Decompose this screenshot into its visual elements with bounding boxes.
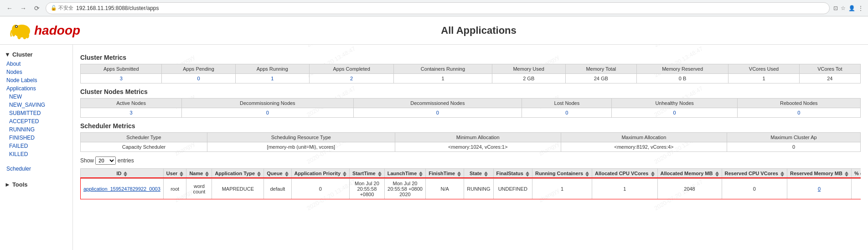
- val-maximum-allocation: <memory:8192, vCores:4>: [561, 142, 727, 152]
- cell-finish-time: N/A: [426, 178, 464, 199]
- col-scheduling-resource-type: Scheduling Resource Type: [207, 133, 395, 142]
- entries-label: entries: [118, 157, 134, 164]
- svg-point-2: [12, 29, 16, 36]
- cell-id[interactable]: application_1595247829922_0003: [81, 178, 164, 199]
- cell-priority: 0: [291, 178, 350, 199]
- val-minimum-allocation: <memory:1024, vCores:1>: [395, 142, 561, 152]
- th-final-status[interactable]: FinalStatus: [493, 169, 532, 179]
- sidebar-item-killed[interactable]: KILLED: [0, 150, 72, 158]
- col-maximum-cluster-app: Maximum Cluster Ap: [727, 133, 860, 142]
- applications-table-wrapper: ID User Name Application Type Queue Appl…: [80, 168, 861, 199]
- sidebar-item-running[interactable]: RUNNING: [0, 125, 72, 134]
- sidebar-item-node-labels[interactable]: Node Labels: [0, 76, 72, 84]
- sidebar-item-nodes[interactable]: Nodes: [0, 68, 72, 76]
- cast-icon[interactable]: ⊡: [833, 5, 838, 11]
- forward-button[interactable]: →: [18, 3, 28, 13]
- col-rebooted-nodes: Rebooted Nodes: [737, 99, 860, 108]
- val-lost-nodes: 0: [522, 108, 612, 118]
- th-priority[interactable]: Application Priority: [291, 169, 350, 179]
- th-launch-time[interactable]: LaunchTime: [384, 169, 426, 179]
- profile-icon[interactable]: 👤: [848, 5, 855, 11]
- svg-point-3: [17, 34, 21, 39]
- main-content: ▼ Cluster About Nodes Node Labels Applic…: [0, 45, 868, 250]
- cell-allocated-memory: 2048: [657, 178, 722, 199]
- col-minimum-allocation: Minimum Allocation: [395, 133, 561, 142]
- val-apps-pending: 0: [162, 74, 235, 83]
- cell-queue: default: [264, 178, 291, 199]
- scheduler-metrics-table: Scheduler Type Scheduling Resource Type …: [80, 132, 861, 152]
- sidebar-item-applications[interactable]: Applications: [0, 84, 72, 93]
- scheduler-metrics-title: Scheduler Metrics: [80, 122, 861, 130]
- col-memory-used: Memory Used: [492, 64, 565, 74]
- sidebar-item-accepted[interactable]: ACCEPTED: [0, 117, 72, 125]
- col-active-nodes: Active Nodes: [81, 99, 182, 108]
- th-pct-queue[interactable]: % of Queue: [851, 169, 861, 179]
- app-container: hadoop All Applications ▼ Cluster About …: [0, 16, 868, 250]
- col-vcores-used: VCores Used: [728, 64, 799, 74]
- sidebar-item-scheduler[interactable]: Scheduler: [0, 165, 72, 173]
- cluster-nodes-metrics-title: Cluster Nodes Metrics: [80, 88, 861, 95]
- th-state[interactable]: State: [464, 169, 493, 179]
- col-memory-total: Memory Total: [565, 64, 636, 74]
- col-apps-pending: Apps Pending: [162, 64, 235, 74]
- cell-user: root: [163, 178, 186, 199]
- val-vcores-total: 24: [799, 74, 860, 83]
- sidebar-item-submitted[interactable]: SUBMITTED: [0, 109, 72, 117]
- cluster-metrics-table: Apps Submitted Apps Pending Apps Running…: [80, 64, 861, 83]
- th-id[interactable]: ID: [81, 169, 164, 179]
- sidebar-tools-section[interactable]: ► Tools: [0, 179, 72, 190]
- app-header: hadoop All Applications: [0, 16, 868, 45]
- reload-button[interactable]: ⟳: [32, 3, 42, 13]
- th-finish-time[interactable]: FinishTime: [426, 169, 464, 179]
- sidebar-item-finished[interactable]: FINISHED: [0, 134, 72, 142]
- entries-select[interactable]: 10 20 25 50 100: [95, 156, 116, 165]
- cell-type: MAPREDUCE: [212, 178, 264, 199]
- cluster-nodes-metrics-table: Active Nodes Decommissioning Nodes Decom…: [80, 98, 861, 118]
- star-icon[interactable]: ☆: [841, 5, 846, 11]
- val-decommissioned-nodes: 0: [353, 108, 522, 118]
- val-memory-used: 2 GB: [492, 74, 565, 83]
- cluster-label: Cluster: [12, 51, 33, 58]
- col-maximum-allocation: Maximum Allocation: [561, 133, 727, 142]
- sidebar-item-new-saving[interactable]: NEW_SAVING: [0, 101, 72, 109]
- th-allocated-memory[interactable]: Allocated Memory MB: [657, 169, 722, 179]
- th-app-type[interactable]: Application Type: [212, 169, 264, 179]
- th-user[interactable]: User: [163, 169, 186, 179]
- val-memory-total: 24 GB: [565, 74, 636, 83]
- cell-name: word count: [186, 178, 212, 199]
- cell-pct-queue: 8.3: [851, 178, 861, 199]
- th-reserved-memory[interactable]: Reserved Memory MB: [787, 169, 851, 179]
- sidebar-cluster-section[interactable]: ▼ Cluster: [0, 49, 72, 60]
- th-start-time[interactable]: StartTime: [350, 169, 385, 179]
- th-allocated-cpu[interactable]: Allocated CPU VCores: [592, 169, 657, 179]
- tools-arrow-icon: ►: [5, 181, 10, 188]
- sidebar-item-about[interactable]: About: [0, 60, 72, 68]
- col-vcores-total: VCores Tot: [799, 64, 860, 74]
- val-apps-submitted: 3: [81, 74, 162, 83]
- logo-area: hadoop: [9, 20, 80, 41]
- val-apps-running: 1: [235, 74, 309, 83]
- svg-point-5: [26, 33, 29, 38]
- val-rebooted-nodes: 0: [737, 108, 860, 118]
- show-entries-control: Show 10 20 25 50 100 entries: [80, 156, 861, 165]
- val-scheduler-type: Capacity Scheduler: [81, 142, 207, 152]
- menu-icon[interactable]: ⋮: [858, 5, 863, 11]
- hadoop-elephant-icon: [9, 20, 34, 41]
- sidebar-item-new[interactable]: NEW: [0, 93, 72, 101]
- content-area: Cluster Metrics Apps Submitted Apps Pend…: [73, 45, 868, 250]
- col-lost-nodes: Lost Nodes: [522, 99, 612, 108]
- cell-launch-time: Mon Jul 20 20:55:58 +0800 2020: [384, 178, 426, 199]
- th-queue[interactable]: Queue: [264, 169, 291, 179]
- val-scheduling-resource-type: [memory-mb (unit=Mi), vcores]: [207, 142, 395, 152]
- th-running-containers[interactable]: Running Containers: [532, 169, 592, 179]
- sidebar-item-failed[interactable]: FAILED: [0, 142, 72, 150]
- cell-reserved-cpu: 0: [722, 178, 787, 199]
- svg-point-7: [16, 26, 17, 27]
- address-bar[interactable]: 🔓 不安全 192.168.11.195:8088/cluster/apps: [46, 2, 830, 14]
- back-button[interactable]: ←: [5, 3, 15, 13]
- cell-start-time: Mon Jul 20 20:55:58 +0800: [350, 178, 385, 199]
- th-name[interactable]: Name: [186, 169, 212, 179]
- applications-table: ID User Name Application Type Queue Appl…: [80, 168, 861, 199]
- col-decommissioned-nodes: Decommissioned Nodes: [353, 99, 522, 108]
- th-reserved-cpu[interactable]: Reserved CPU VCores: [722, 169, 787, 179]
